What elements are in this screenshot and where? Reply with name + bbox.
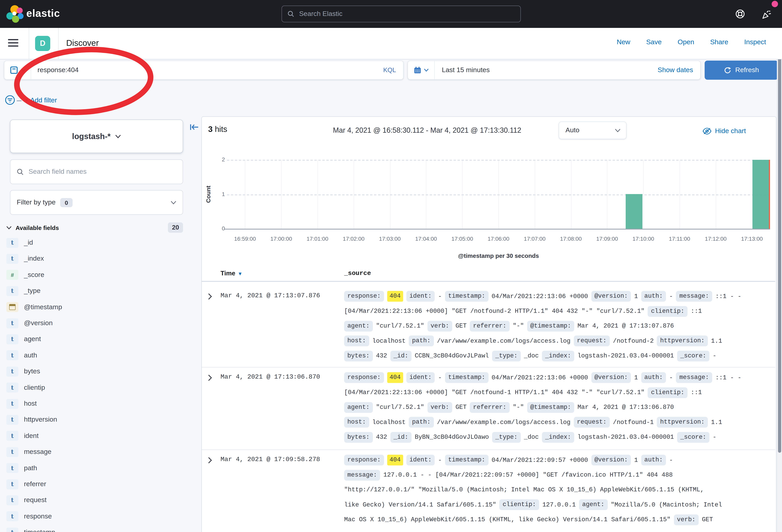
collapse-sidebar-icon[interactable] <box>189 122 200 132</box>
text-field-icon: t <box>6 286 19 296</box>
sort-desc-icon[interactable]: ▼ <box>238 271 243 276</box>
show-dates-button[interactable]: Show dates <box>657 66 700 74</box>
pinned-filter-dash <box>17 101 22 101</box>
field-item-auth[interactable]: tauth <box>6 349 190 362</box>
elastic-logo-icon[interactable] <box>7 6 24 23</box>
filter-circle-icon[interactable] <box>5 95 15 105</box>
field-name-badge: clientip: <box>648 306 687 316</box>
field-value: /var/www/example.com/logs/access.log <box>437 419 571 426</box>
current-time-marker <box>769 160 770 229</box>
field-label: @timestamp <box>24 303 62 311</box>
field-item-clientip[interactable]: tclientip <box>6 381 190 394</box>
date-quick-select[interactable] <box>408 61 435 79</box>
field-name-badge: _id: <box>390 432 411 443</box>
x-axis-title: @timestamp per 30 seconds <box>227 252 770 259</box>
search-icon <box>287 10 294 17</box>
histogram-bar[interactable] <box>626 194 643 229</box>
row-divider <box>202 450 775 450</box>
hide-chart-button[interactable]: Hide chart <box>703 127 746 135</box>
global-search-input[interactable] <box>299 10 515 18</box>
expand-row-icon[interactable] <box>208 374 212 381</box>
source-line: message:127.0.0.1 - - [04/Mar/2021:22:09… <box>344 468 772 483</box>
field-value: 127.0.0.1 - - [04/Mar/2021:22:09:57 +000… <box>383 471 673 479</box>
field-value: CCBN_3cB04dGovJLPawl <box>415 352 489 359</box>
field-item-@timestamp[interactable]: @timestamp <box>6 300 190 314</box>
field-item-bytes[interactable]: tbytes <box>6 365 190 378</box>
expand-row-icon[interactable] <box>208 457 212 464</box>
field-item-_type[interactable]: t_type <box>6 284 190 298</box>
available-fields-header[interactable]: Available fields 20 <box>6 222 183 233</box>
scrollbar-thumb[interactable] <box>778 30 781 453</box>
help-icon[interactable] <box>735 9 745 19</box>
field-value: "Mozilla/5.0 (Macintosh; Intel <box>611 501 722 508</box>
hamburger-menu-icon[interactable] <box>8 39 19 48</box>
field-value: GET <box>456 322 467 330</box>
refresh-icon <box>723 66 731 74</box>
field-value: localhost <box>372 338 405 345</box>
source-line: agent:"curl/7.52.1"verb:GETreferrer:"-"@… <box>344 400 772 415</box>
field-item-_score[interactable]: #_score <box>6 268 190 282</box>
field-item-response[interactable]: tresponse <box>6 510 190 523</box>
field-item-request[interactable]: trequest <box>6 494 190 507</box>
index-pattern-switcher[interactable]: logstash-* <box>10 120 183 153</box>
query-bar: KQL <box>4 61 403 80</box>
query-input[interactable] <box>31 66 383 74</box>
hide-chart-label: Hide chart <box>715 127 746 135</box>
field-item-path[interactable]: tpath <box>6 461 190 475</box>
time-range-value[interactable]: Last 15 minutes <box>435 66 657 74</box>
field-value: 1.1 <box>711 338 722 345</box>
x-tick-label: 17:05:00 <box>444 235 480 242</box>
field-item-message[interactable]: tmessage <box>6 445 190 459</box>
field-item-@version[interactable]: t@version <box>6 316 190 330</box>
text-field-icon: t <box>6 334 19 344</box>
discover-page: elastic <box>0 0 782 532</box>
field-item-ident[interactable]: tident <box>6 429 190 443</box>
field-item-referrer[interactable]: treferrer <box>6 478 190 491</box>
field-item-timestamp[interactable]: ttimestamp <box>6 526 190 532</box>
source-line: "http://127.0.0.1/" "Mozilla/5.0 (Macint… <box>344 483 772 497</box>
filter-by-type-select[interactable]: Filter by type 0 <box>10 190 183 215</box>
text-field-icon: t <box>6 399 19 409</box>
field-name-badge: ident: <box>406 372 435 383</box>
discover-app-badge[interactable]: D <box>35 36 50 51</box>
field-item-_id[interactable]: t_id <box>6 236 190 250</box>
action-save[interactable]: Save <box>646 38 662 46</box>
scrollbar-track[interactable] <box>777 28 782 532</box>
field-value: "-" <box>513 404 524 411</box>
field-value: "-" <box>513 322 524 330</box>
field-name-badge: verb: <box>427 402 452 413</box>
field-item-_index[interactable]: t_index <box>6 252 190 266</box>
column-header-time[interactable]: Time▼ <box>220 270 243 277</box>
add-filter-button[interactable]: + Add filter <box>25 97 57 104</box>
field-item-agent[interactable]: tagent <box>6 333 190 346</box>
field-search-input[interactable] <box>29 168 176 176</box>
app-header: D Discover NewSaveOpenShareInspect <box>0 28 782 60</box>
global-search[interactable] <box>282 6 521 22</box>
action-new[interactable]: New <box>617 38 630 46</box>
text-field-icon: t <box>6 463 19 473</box>
field-item-httpversion[interactable]: thttpversion <box>6 413 190 427</box>
field-name-badge: host: <box>344 417 369 428</box>
action-share[interactable]: Share <box>710 38 728 46</box>
field-item-host[interactable]: thost <box>6 397 190 411</box>
interval-select[interactable]: Auto <box>559 121 627 139</box>
action-open[interactable]: Open <box>678 38 694 46</box>
text-field-icon: t <box>6 527 19 532</box>
field-value: GET <box>702 516 713 524</box>
field-search[interactable] <box>10 159 183 184</box>
field-value: - <box>438 374 442 381</box>
field-name-badge: referrer: <box>470 321 509 332</box>
action-inspect[interactable]: Inspect <box>744 38 766 46</box>
saved-query-menu[interactable] <box>4 61 31 79</box>
query-language-button[interactable]: KQL <box>383 67 403 74</box>
field-name-badge: @timestamp: <box>527 321 574 332</box>
expand-row-icon[interactable] <box>208 293 212 300</box>
histogram-plot[interactable] <box>227 160 770 229</box>
field-name-badge: verb: <box>674 515 699 525</box>
field-value: _doc <box>524 434 539 441</box>
field-label: request <box>24 496 46 504</box>
field-value: 1.1 <box>711 419 722 426</box>
refresh-button[interactable]: Refresh <box>705 61 778 80</box>
news-feed-icon[interactable] <box>761 9 773 20</box>
histogram-bar[interactable] <box>752 160 769 229</box>
